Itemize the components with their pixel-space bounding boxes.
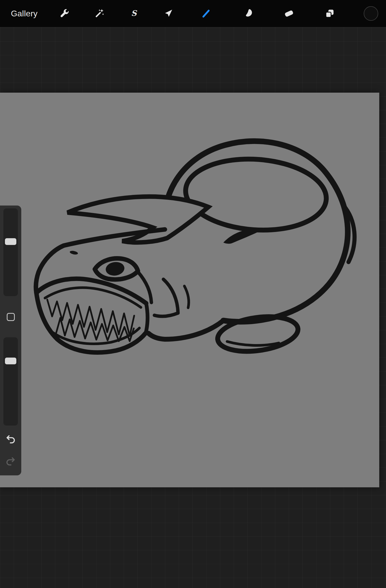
gallery-button[interactable]: Gallery (11, 0, 38, 27)
opacity-slider[interactable] (3, 337, 18, 426)
top-toolbar: Gallery S (0, 0, 386, 27)
modify-button[interactable] (0, 309, 21, 325)
color-swatch[interactable] (364, 6, 378, 21)
canvas[interactable] (0, 93, 379, 487)
layers-button[interactable] (322, 6, 338, 21)
paint-button[interactable] (198, 6, 214, 21)
eraser-icon (284, 8, 294, 19)
erase-button[interactable] (281, 6, 297, 21)
svg-text:S: S (131, 9, 137, 18)
redo-arrow-icon (5, 456, 16, 467)
square-icon (7, 313, 15, 321)
transform-button[interactable] (160, 6, 176, 21)
brush-icon (201, 8, 212, 19)
transform-arrow-icon (163, 8, 174, 19)
selection-button[interactable]: S (126, 6, 142, 21)
opacity-handle[interactable] (5, 358, 16, 364)
adjustments-button[interactable] (91, 6, 107, 21)
actions-button[interactable] (57, 6, 73, 21)
selection-s-icon: S (128, 8, 139, 19)
smudge-button[interactable] (240, 6, 257, 21)
brush-size-slider[interactable] (3, 208, 18, 296)
wrench-icon (59, 8, 70, 19)
undo-button[interactable] (0, 432, 21, 446)
gallery-label: Gallery (11, 9, 38, 18)
brush-size-handle[interactable] (5, 238, 16, 245)
magic-wand-icon (94, 8, 105, 19)
smudge-icon (243, 8, 254, 19)
layers-icon (324, 8, 335, 19)
shark-drawing (0, 93, 379, 487)
redo-button[interactable] (0, 454, 21, 468)
undo-arrow-icon (5, 434, 16, 445)
side-toolbar (0, 206, 21, 475)
